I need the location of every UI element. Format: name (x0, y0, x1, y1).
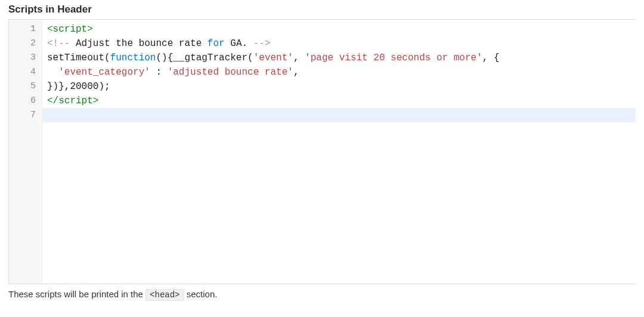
code-token: , (293, 53, 305, 63)
code-content[interactable]: <script><!-- Adjust the bounce rate for … (42, 20, 636, 284)
help-text: These scripts will be printed in the <he… (0, 284, 644, 304)
line-number: 3 (9, 51, 38, 65)
code-token: : (150, 67, 168, 78)
code-token: })},20000); (47, 81, 110, 92)
head-tag-code: <head> (145, 289, 184, 301)
line-number: 7 (9, 108, 38, 122)
code-line[interactable]: 'event_category' : 'adjusted bounce rate… (47, 65, 636, 79)
code-line[interactable]: <script> (47, 22, 636, 36)
code-token: , { (482, 53, 500, 63)
line-number-gutter: 1234567 (9, 20, 42, 284)
code-token: 'page visit 20 seconds or more' (305, 53, 482, 63)
code-token: (){__gtagTracker( (156, 53, 253, 63)
line-number: 1 (9, 22, 38, 36)
scripts-in-header-section: Scripts in Header 1234567 <script><!-- A… (0, 0, 644, 284)
code-token: 'adjusted bounce rate' (168, 67, 293, 78)
code-line[interactable] (42, 108, 636, 122)
help-text-before: These scripts will be printed in the (8, 289, 145, 299)
code-token: <!-- (47, 38, 76, 49)
code-token (47, 67, 58, 78)
code-editor-inner: 1234567 <script><!-- Adjust the bounce r… (9, 20, 636, 284)
code-token: Adjust the bounce rate (76, 38, 208, 49)
code-line[interactable]: <!-- Adjust the bounce rate for GA. --> (47, 36, 636, 51)
code-token: script> (58, 96, 98, 106)
code-line[interactable]: })},20000); (47, 79, 636, 94)
code-token: <script> (47, 24, 93, 35)
code-token: --> (253, 38, 271, 49)
code-token: for (208, 38, 225, 49)
code-token: function (110, 53, 156, 63)
code-line[interactable]: </script> (47, 94, 636, 108)
help-text-after: section. (187, 289, 218, 299)
code-token: 'event_category' (58, 67, 150, 78)
code-token: </ (47, 96, 58, 106)
line-number: 6 (9, 94, 38, 108)
code-editor[interactable]: 1234567 <script><!-- Adjust the bounce r… (8, 19, 636, 284)
line-number: 5 (9, 79, 38, 94)
code-line[interactable]: setTimeout(function(){__gtagTracker('eve… (47, 51, 636, 65)
line-number: 4 (9, 65, 38, 79)
section-title: Scripts in Header (8, 4, 636, 16)
code-token: setTimeout( (47, 53, 110, 63)
code-token: GA. (225, 38, 253, 49)
code-token: , (293, 67, 299, 78)
code-token: 'event' (253, 53, 293, 63)
line-number: 2 (9, 36, 38, 51)
